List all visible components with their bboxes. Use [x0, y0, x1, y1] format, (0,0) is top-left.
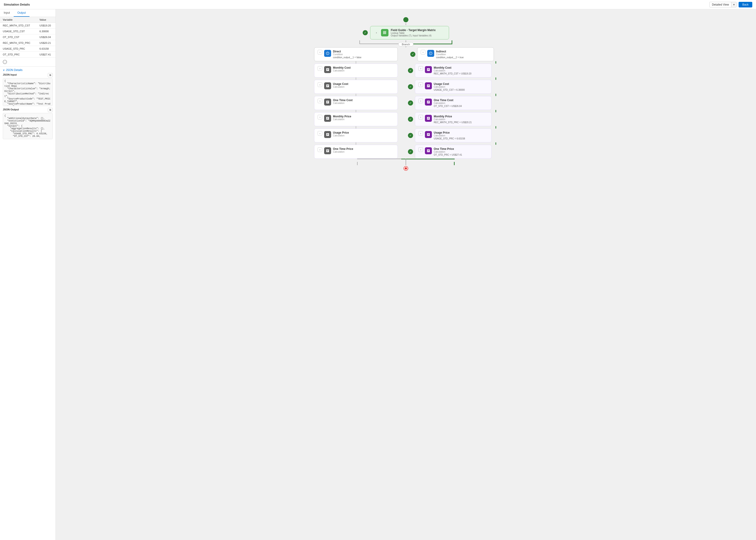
end-circle: [404, 166, 408, 171]
variable-value: US$27.41: [37, 52, 56, 58]
indirect-expand-icon[interactable]: ›: [421, 50, 425, 55]
green-connector: [495, 110, 496, 112]
node-info: Usage Cost Calculation: [333, 82, 394, 88]
indirect-one-time-price-ind[interactable]: › One Time Price Calculation OT_STD_PRC …: [415, 145, 491, 159]
table-row: OT_STD_PRCUS$27.41: [0, 52, 56, 58]
node-expand-icon[interactable]: ›: [318, 147, 322, 152]
lookup-node[interactable]: › Field Guide - Target Margin Matrix Loo…: [370, 26, 449, 40]
node-expand-icon[interactable]: ›: [418, 82, 423, 87]
col-variable: Variable: [0, 17, 37, 23]
direct-nodes: › Monthly Cost Calculation › Usage Cost …: [314, 61, 398, 159]
lookup-expand-icon[interactable]: ›: [374, 30, 379, 35]
node-info: Monthly Cost Calculation: [333, 66, 394, 72]
detailed-view-dropdown[interactable]: Detailed View ▾: [709, 2, 737, 7]
indirect-node-row-5: ✓ › One Time Price Calculation OT_STD_PR…: [408, 145, 496, 159]
connector-wrapper: [408, 126, 496, 128]
connector: [356, 61, 356, 64]
direct-one-time-price-calc[interactable]: › One Time Price Calculation: [314, 145, 398, 159]
node-info: One Time Cost Calculation OT_STD_CST = U…: [434, 98, 488, 107]
node-expand-icon[interactable]: ›: [318, 131, 322, 136]
node-expand-icon[interactable]: ›: [418, 147, 423, 152]
col-value: Value: [37, 17, 56, 23]
indirect-node-row-3: ✓ › Monthly Price Calculation REC_MNTH_S…: [408, 112, 496, 126]
direct-usage-price-calc[interactable]: › Usage Price Calculation: [314, 128, 398, 142]
indirect-usage-cost-ind[interactable]: › Usage Cost Calculation USAGE_STD_CST =…: [415, 80, 491, 94]
node-info: Usage Cost Calculation USAGE_STD_CST = 6…: [434, 82, 488, 91]
calc-icon-indirect-5: [425, 147, 432, 154]
connector: [356, 110, 356, 112]
node-expand-icon[interactable]: ›: [418, 66, 423, 71]
connector: [356, 142, 356, 145]
node-expand-icon[interactable]: ›: [418, 98, 423, 103]
node-info: Usage Price Calculation: [333, 131, 394, 137]
indirect-node-row-0: ✓ › Monthly Cost Calculation REC_MNTH_ST…: [408, 64, 496, 77]
indirect-usage-price-ind[interactable]: › Usage Price Calculation USAGE_STD_PRC …: [415, 128, 491, 142]
node-info: One Time Price Calculation OT_STD_PRC = …: [434, 147, 488, 156]
node-value: USAGE_STD_CST = 6.30000: [434, 88, 488, 91]
json-input-copy-button[interactable]: ⧉: [48, 73, 53, 77]
indirect-check-3: ✓: [408, 117, 413, 122]
json-input-content: { "CharacteristicName": "Distribution Re…: [3, 78, 53, 106]
indirect-monthly-price-ind[interactable]: › Monthly Price Calculation REC_MNTH_STD…: [415, 112, 491, 126]
node-type: Calculation: [333, 151, 394, 153]
indirect-condition-node[interactable]: › Indirect Condition condition_output__2…: [417, 47, 494, 61]
json-output-content: { "additionalOutputData": {}, "execution…: [3, 113, 53, 139]
calc-icon-direct-3: [324, 115, 331, 122]
node-expand-icon[interactable]: ›: [418, 131, 423, 136]
chevron-down-icon: ∨: [3, 68, 5, 72]
indirect-title: Indirect: [436, 50, 490, 53]
tab-output[interactable]: Output: [14, 9, 30, 17]
indirect-type: Condition: [436, 53, 490, 56]
direct-expand-icon[interactable]: ›: [318, 50, 322, 55]
indirect-one-time-cost-ind[interactable]: › One Time Cost Calculation OT_STD_CST =…: [415, 96, 491, 110]
direct-condition-info: Direct Condition condition_output__1 = f…: [333, 50, 394, 59]
collapse-button[interactable]: −: [3, 60, 7, 64]
direct-condition-node[interactable]: › Direct Condition condition_output__1 =…: [314, 47, 398, 61]
node-expand-icon[interactable]: ›: [318, 98, 322, 103]
direct-monthly-price-calc[interactable]: › Monthly Price Calculation: [314, 112, 398, 126]
lookup-subtitle: Lookup Table: [391, 32, 445, 34]
variable-name: REC_MNTH_STD_PRC: [0, 40, 37, 46]
node-expand-icon[interactable]: ›: [418, 115, 423, 119]
node-title: Usage Price: [333, 131, 394, 134]
left-panel: Input Output Variable Value REC_MNTH_STD…: [0, 9, 56, 540]
node-info: One Time Price Calculation: [333, 147, 394, 153]
json-output-copy-button[interactable]: ⧉: [48, 108, 53, 112]
direct-monthly-cost-calc[interactable]: › Monthly Cost Calculation: [314, 64, 398, 77]
connector-wrapper: [408, 77, 496, 80]
node-expand-icon[interactable]: ›: [318, 115, 322, 119]
json-toggle[interactable]: ∨ JSON Details: [3, 68, 23, 72]
indirect-value: condition_output__2 = true: [436, 56, 490, 59]
variables-table: Variable Value REC_MNTH_STD_CSTUS$19.20U…: [0, 17, 56, 58]
node-type: Calculation: [434, 118, 488, 121]
back-button[interactable]: Back: [739, 2, 752, 7]
calc-icon-indirect-1: [425, 82, 432, 89]
node-expand-icon[interactable]: ›: [318, 66, 322, 71]
node-expand-icon[interactable]: ›: [318, 82, 322, 87]
indirect-monthly-cost-ind[interactable]: › Monthly Cost Calculation REC_MNTH_STD_…: [415, 64, 491, 77]
calc-icon-indirect-2: [425, 98, 432, 105]
node-type: Calculation: [333, 102, 394, 104]
node-type: Calculation: [434, 102, 488, 104]
direct-one-time-cost-calc[interactable]: › One Time Cost Calculation: [314, 96, 398, 110]
node-title: One Time Cost: [434, 98, 488, 102]
calc-icon-direct-1: [324, 82, 331, 89]
variable-value: US$20.21: [37, 40, 56, 46]
json-output-label: JSON Output: [3, 108, 19, 111]
indirect-condition-info: Indirect Condition condition_output__2 =…: [436, 50, 490, 59]
table-row: OT_STD_CSTUS$26.04: [0, 34, 56, 40]
direct-usage-cost-calc[interactable]: › Usage Cost Calculation: [314, 80, 398, 94]
branches-container: › Direct Condition condition_output__1 =…: [311, 47, 501, 159]
green-connector: [495, 94, 496, 96]
canvas[interactable]: ✓ › Field Guide - Target Margin Matrix L…: [56, 9, 756, 540]
connector: [356, 94, 356, 96]
dropdown-arrow-icon[interactable]: ▾: [731, 2, 736, 7]
tab-input[interactable]: Input: [0, 9, 14, 17]
node-type: Calculation: [333, 118, 394, 121]
lookup-table-icon: [381, 29, 388, 37]
table-row: USAGE_STD_PRC6.63158: [0, 46, 56, 52]
node-title: One Time Cost: [333, 98, 394, 102]
node-title: One Time Price: [333, 147, 394, 151]
merge-connector: [313, 159, 499, 165]
table-row: REC_MNTH_STD_CSTUS$19.20: [0, 23, 56, 29]
